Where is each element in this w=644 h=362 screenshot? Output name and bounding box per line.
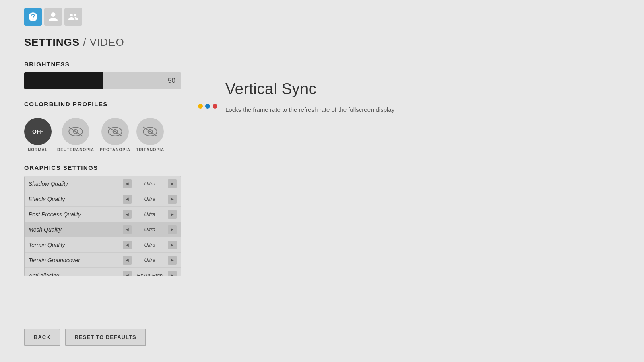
bottom-buttons: BACK RESET TO DEFAULTS [24,329,146,346]
deuteranopia-label: DEUTERANOPIA [57,148,94,152]
row-name-postprocess: Post Process Quality [29,211,123,218]
row-value-antialiasing: FXAA High [132,272,168,276]
arrow-left-effects[interactable]: ◀ [123,195,132,204]
row-value-effects: Ultra [132,196,168,202]
arrow-left-groundcover[interactable]: ◀ [123,256,132,265]
row-name-mesh: Mesh Quality [29,226,123,233]
top-navigation [24,8,82,26]
eye-deuteranopia-icon [68,126,83,137]
row-value-terrain: Ultra [132,242,168,248]
row-value-groundcover: Ultra [132,257,168,263]
eye-protanopia [101,118,129,145]
arrow-right-effects[interactable]: ▶ [168,195,177,204]
table-row: Terrain Quality ◀ Ultra ▶ [25,237,181,253]
arrow-right-mesh[interactable]: ▶ [168,225,177,234]
dot-yellow [198,104,203,109]
brightness-fill [24,72,103,89]
group-icon[interactable] [64,8,82,26]
arrow-left-terrain[interactable]: ◀ [123,241,132,249]
dot-blue [205,104,210,109]
arrow-right-terrain[interactable]: ▶ [168,241,177,249]
reset-button[interactable]: RESET TO DEFAULTS [65,329,146,346]
arrow-right-groundcover[interactable]: ▶ [168,256,177,265]
info-title: Vertical Sync [225,80,407,98]
colorblind-option-normal[interactable]: OFF NORMAL [24,118,52,152]
question-icon[interactable] [24,8,42,26]
row-name-effects: Effects Quality [29,196,123,202]
eye-normal: OFF [24,118,52,145]
table-row: Post Process Quality ◀ Ultra ▶ [25,207,181,222]
row-name-groundcover: Terrain Groundcover [29,257,123,263]
arrow-left-shadow[interactable]: ◀ [123,179,132,188]
title-separator: / [83,36,89,48]
brightness-value: 50 [168,77,175,85]
eye-protanopia-icon [107,126,123,137]
arrow-left-antialiasing[interactable]: ◀ [123,271,132,277]
brightness-slider[interactable]: 50 [24,72,181,89]
eye-deuteranopia [62,118,89,145]
row-name-shadow: Shadow Quality [29,181,123,187]
graphics-label: GRAPHICS SETTINGS [24,164,217,171]
info-panel: Vertical Sync Locks the frame rate to th… [225,80,407,115]
colorblind-header: COLORBLIND PROFILES [24,101,217,112]
arrow-right-antialiasing[interactable]: ▶ [168,271,177,277]
page-title: SETTINGS / VIDEO [24,36,217,49]
row-value-shadow: Ultra [132,181,168,187]
main-content: SETTINGS / VIDEO BRIGHTNESS 50 COLORBLIN… [24,36,217,284]
colorblind-label: COLORBLIND PROFILES [24,101,108,107]
graphics-section: GRAPHICS SETTINGS Shadow Quality ◀ Ultra… [24,164,217,276]
colorblind-option-deuteranopia[interactable]: DEUTERANOPIA [57,118,94,152]
table-row: Effects Quality ◀ Ultra ▶ [25,191,181,207]
eye-tritanopia [136,118,164,145]
person-icon[interactable] [44,8,62,26]
colorblind-section: COLORBLIND PROFILES OFF NORMAL [24,101,217,152]
table-row: Mesh Quality ◀ Ultra ▶ [25,222,181,237]
colorblind-option-protanopia[interactable]: PROTANOPIA [100,118,130,152]
arrow-left-postprocess[interactable]: ◀ [123,210,132,219]
row-value-mesh: Ultra [132,226,168,232]
row-name-terrain: Terrain Quality [29,242,123,248]
title-main: SETTINGS [24,36,80,48]
eye-tritanopia-icon [142,126,158,137]
row-value-postprocess: Ultra [132,211,168,217]
brightness-label: BRIGHTNESS [24,61,217,68]
colorblind-options: OFF NORMAL DEUTERANOPIA [24,118,217,152]
table-row: Anti-aliasing ◀ FXAA High ▶ [25,268,181,276]
off-label: OFF [32,128,43,135]
graphics-list[interactable]: Shadow Quality ◀ Ultra ▶ Effects Quality… [24,176,181,276]
colorblind-option-tritanopia[interactable]: TRITANOPIA [136,118,164,152]
protanopia-label: PROTANOPIA [100,148,130,152]
dot-red [213,104,217,109]
table-row: Shadow Quality ◀ Ultra ▶ [25,176,181,191]
colorblind-dots [198,104,217,109]
title-sub: VIDEO [90,36,124,48]
tritanopia-label: TRITANOPIA [136,148,164,152]
back-button[interactable]: BACK [24,329,60,346]
arrow-right-shadow[interactable]: ▶ [168,179,177,188]
brightness-section: BRIGHTNESS 50 [24,61,217,89]
info-description: Locks the frame rate to the refresh rate… [225,105,407,115]
row-name-antialiasing: Anti-aliasing [29,272,123,277]
table-row: Terrain Groundcover ◀ Ultra ▶ [25,253,181,268]
arrow-left-mesh[interactable]: ◀ [123,225,132,234]
normal-label: NORMAL [28,148,48,152]
arrow-right-postprocess[interactable]: ▶ [168,210,177,219]
